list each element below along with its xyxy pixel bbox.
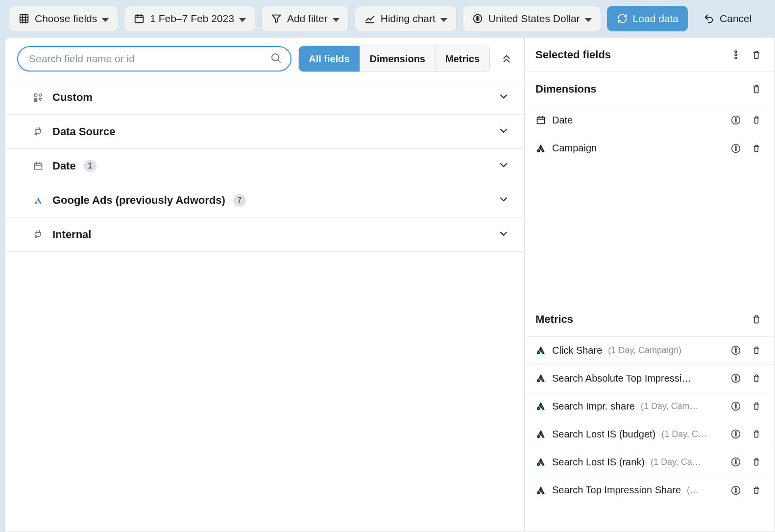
tab-all-fields[interactable]: All fields [299,46,360,72]
info-icon[interactable] [728,483,743,498]
svg-point-60 [735,487,736,488]
plug-icon [32,125,45,138]
field-browser: All fields Dimensions Metrics CustomData… [5,38,525,532]
remove-field-button[interactable] [749,371,764,386]
info-icon[interactable] [728,371,743,386]
ga-icon [535,429,546,439]
svg-point-40 [735,348,736,349]
cancel-label: Cancel [720,13,751,24]
info-icon[interactable] [728,399,743,413]
svg-point-23 [735,50,737,52]
chevron-down-icon [498,125,509,139]
field-row[interactable]: Search Lost IS (rank)(1 Day, Ca… [525,448,775,476]
choose-fields-label: Choose fields [35,13,97,24]
refresh-icon [616,13,628,24]
field-name: Campaign [552,143,597,154]
category-row[interactable]: Custom [5,80,524,115]
hiding-chart-button[interactable]: Hiding chart [355,6,457,31]
field-row[interactable]: Date [525,106,775,134]
dimensions-list: DateCampaign [525,106,775,302]
svg-point-49 [537,435,539,437]
remove-field-button[interactable] [749,427,764,441]
chart-icon [364,13,376,24]
field-name: Search Lost IS (rank) [552,457,645,468]
category-label: Google Ads (previously Adwords) [52,194,225,207]
clear-all-button[interactable] [749,48,764,62]
selected-header: Selected fields [525,38,775,72]
dimensions-title: Dimensions [535,83,743,96]
info-icon[interactable] [728,427,743,441]
add-filter-button[interactable]: Add filter [261,6,349,31]
cancel-button[interactable]: Cancel [694,6,761,31]
field-name: Date [552,115,573,126]
category-row[interactable]: Internal [5,218,524,252]
remove-field-button[interactable] [749,455,764,469]
chevron-down-icon [498,193,509,207]
remove-field-button[interactable] [749,113,764,127]
remove-field-button[interactable] [749,141,764,156]
search-icon [270,52,282,66]
svg-point-57 [537,491,539,493]
svg-rect-0 [20,15,28,23]
add-filter-label: Add filter [287,13,328,24]
svg-point-33 [537,149,539,151]
svg-rect-51 [735,433,736,436]
remove-field-button[interactable] [749,483,764,498]
ga-icon [535,457,546,467]
field-row[interactable]: Search Absolute Top Impressio… [525,364,775,392]
svg-point-15 [39,94,42,96]
ga-icon [535,373,546,384]
remove-field-button[interactable] [749,343,764,358]
svg-point-37 [537,352,539,354]
category-label: Custom [52,91,93,104]
tab-metrics[interactable]: Metrics [436,46,489,72]
chevron-down-icon [498,228,509,242]
ga-icon [535,485,546,496]
currency-button[interactable]: United States Dollar [462,6,601,31]
field-row[interactable]: Search Impr. share(1 Day, Cam… [525,392,775,420]
dimensions-block: Dimensions DateCampaign [525,72,775,302]
info-icon[interactable] [728,113,743,127]
svg-line-13 [278,60,281,63]
choose-fields-button[interactable]: Choose fields [9,6,118,31]
svg-point-22 [35,201,37,203]
category-row[interactable]: Data Source [5,115,524,149]
field-row[interactable]: Campaign [525,134,775,162]
info-icon[interactable] [728,455,743,469]
remove-field-button[interactable] [749,399,764,413]
date-range-button[interactable]: 1 Feb–7 Feb 2023 [124,6,255,31]
svg-rect-47 [735,405,736,408]
field-row[interactable]: Search Top Impression Share(… [525,476,775,504]
load-data-button[interactable]: Load data [607,6,688,31]
ga-icon [535,345,546,356]
category-row[interactable]: Google Ads (previously Adwords)7 [5,183,524,218]
selected-title: Selected fields [535,48,723,61]
field-row[interactable]: Click Share(1 Day, Campaign) [525,337,775,364]
field-row[interactable]: Search Lost IS (budget)(1 Day, C… [525,420,775,448]
clear-dimensions-button[interactable] [749,82,764,97]
tab-dimensions[interactable]: Dimensions [360,46,436,72]
more-menu-button[interactable] [728,48,743,62]
field-name: Search Absolute Top Impressio… [552,373,694,384]
clear-metrics-button[interactable] [749,312,764,327]
metrics-title: Metrics [535,313,743,326]
svg-rect-16 [35,98,37,99]
chevron-down-icon [333,13,339,24]
svg-point-45 [537,408,539,410]
category-label: Date [52,160,76,172]
svg-point-36 [735,145,736,146]
category-row[interactable]: Date1 [5,149,524,183]
svg-point-41 [537,380,539,382]
category-label: Internal [52,228,91,241]
svg-point-56 [735,459,736,460]
field-name: Search Impr. share [552,401,635,412]
search-input[interactable] [17,46,291,72]
field-sub: (… [687,485,699,495]
info-icon[interactable] [728,343,743,358]
chevron-down-icon [585,13,592,24]
field-name: Search Top Impression Share [552,484,681,496]
info-icon[interactable] [728,141,743,156]
collapse-all-button[interactable] [497,49,516,69]
svg-point-44 [735,376,736,377]
field-sub: (1 Day, Campaign) [608,345,681,356]
